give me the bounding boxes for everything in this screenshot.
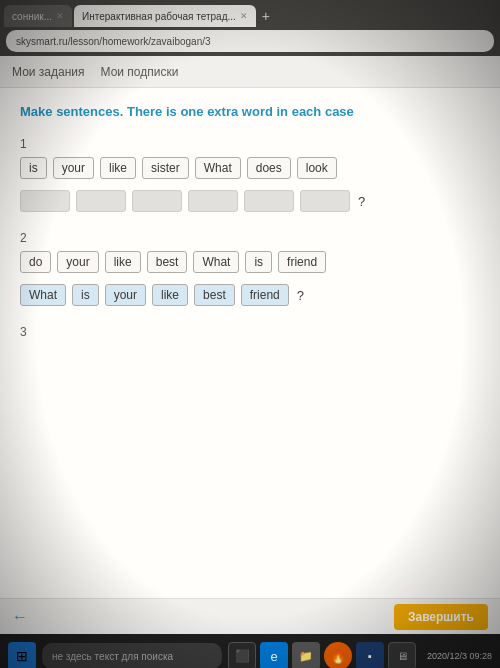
word2-is[interactable]: is <box>245 251 272 273</box>
back-arrow-button[interactable]: ← <box>12 608 28 626</box>
edge-taskbar-icon[interactable]: e <box>260 642 288 668</box>
tab-close-icon[interactable]: ✕ <box>56 11 64 21</box>
taskbar-icon-5[interactable]: ▪ <box>356 642 384 668</box>
bottom-bar: ← Завершить <box>0 598 500 634</box>
word-sister[interactable]: sister <box>142 157 189 179</box>
answer-slot-1[interactable] <box>20 190 70 212</box>
section-1-answer: ? <box>20 187 480 215</box>
content-area: Make sentences. There is one extra word … <box>0 88 500 598</box>
monitor-taskbar-icon[interactable]: ⬛ <box>228 642 256 668</box>
word-does[interactable]: does <box>247 157 291 179</box>
section-1-words: is your like sister What does look <box>20 157 480 179</box>
word-look[interactable]: look <box>297 157 337 179</box>
section-2-number: 2 <box>20 231 480 245</box>
url-text: skysmart.ru/lesson/homework/zavaibogan/3 <box>16 36 211 47</box>
answer-slot-4[interactable] <box>188 190 238 212</box>
datetime-display: 2020/12/3 09:28 <box>427 650 492 663</box>
word2-what[interactable]: What <box>193 251 239 273</box>
ans2-best[interactable]: best <box>194 284 235 306</box>
question-mark-2: ? <box>297 288 304 303</box>
complete-button[interactable]: Завершить <box>394 604 488 630</box>
word2-do[interactable]: do <box>20 251 51 273</box>
exercise-title: Make sentences. There is one extra word … <box>20 104 480 119</box>
word2-best[interactable]: best <box>147 251 188 273</box>
section-3: 3 <box>20 325 480 339</box>
answer-slot-2[interactable] <box>76 190 126 212</box>
word-like[interactable]: like <box>100 157 136 179</box>
ans2-is[interactable]: is <box>72 284 99 306</box>
tab-inactive[interactable]: сонник... ✕ <box>4 5 72 27</box>
taskbar-right: 2020/12/3 09:28 <box>427 650 492 663</box>
address-bar[interactable]: skysmart.ru/lesson/homework/zavaibogan/3 <box>6 30 494 52</box>
taskbar-app-icons: ⬛ e 📁 🔥 ▪ 🖥 <box>228 642 416 668</box>
word2-friend[interactable]: friend <box>278 251 326 273</box>
tab-label: сонник... <box>12 11 52 22</box>
ans2-your[interactable]: your <box>105 284 146 306</box>
taskbar-icon-monitor[interactable]: 🖥 <box>388 642 416 668</box>
taskbar-icon-3[interactable]: 📁 <box>292 642 320 668</box>
answer-slot-6[interactable] <box>300 190 350 212</box>
tab-label-active: Интерактивная рабочая тетрад... <box>82 11 236 22</box>
word-what[interactable]: What <box>195 157 241 179</box>
section-1-number: 1 <box>20 137 480 151</box>
section-1: 1 is your like sister What does look ? <box>20 137 480 215</box>
ans2-friend[interactable]: friend <box>241 284 289 306</box>
question-mark-1: ? <box>358 194 365 209</box>
word-your[interactable]: your <box>53 157 94 179</box>
browser-chrome: сонник... ✕ Интерактивная рабочая тетрад… <box>0 0 500 56</box>
nav-bar: Мои задания Мои подписки <box>0 56 500 88</box>
tab-close-active-icon[interactable]: ✕ <box>240 11 248 21</box>
section-3-number: 3 <box>20 325 480 339</box>
word2-your[interactable]: your <box>57 251 98 273</box>
taskbar: ⊞ не здесь текст для поиска ⬛ e 📁 🔥 ▪ 🖥 … <box>0 634 500 668</box>
tab-active[interactable]: Интерактивная рабочая тетрад... ✕ <box>74 5 256 27</box>
tab-bar: сонник... ✕ Интерактивная рабочая тетрад… <box>0 0 500 28</box>
answer-slot-5[interactable] <box>244 190 294 212</box>
word-is[interactable]: is <box>20 157 47 179</box>
section-2: 2 do your like best What is friend What … <box>20 231 480 309</box>
taskbar-search-text: не здесь текст для поиска <box>52 651 173 662</box>
add-tab-button[interactable]: + <box>258 8 274 24</box>
taskbar-search[interactable]: не здесь текст для поиска <box>42 643 222 668</box>
taskbar-icon-4[interactable]: 🔥 <box>324 642 352 668</box>
section-2-answer: What is your like best friend ? <box>20 281 480 309</box>
windows-start-icon[interactable]: ⊞ <box>8 642 36 668</box>
ans2-like[interactable]: like <box>152 284 188 306</box>
ans2-what[interactable]: What <box>20 284 66 306</box>
my-subscriptions-link[interactable]: Мои подписки <box>101 65 179 79</box>
word2-like[interactable]: like <box>105 251 141 273</box>
section-2-words: do your like best What is friend <box>20 251 480 273</box>
my-tasks-link[interactable]: Мои задания <box>12 65 85 79</box>
answer-slot-3[interactable] <box>132 190 182 212</box>
